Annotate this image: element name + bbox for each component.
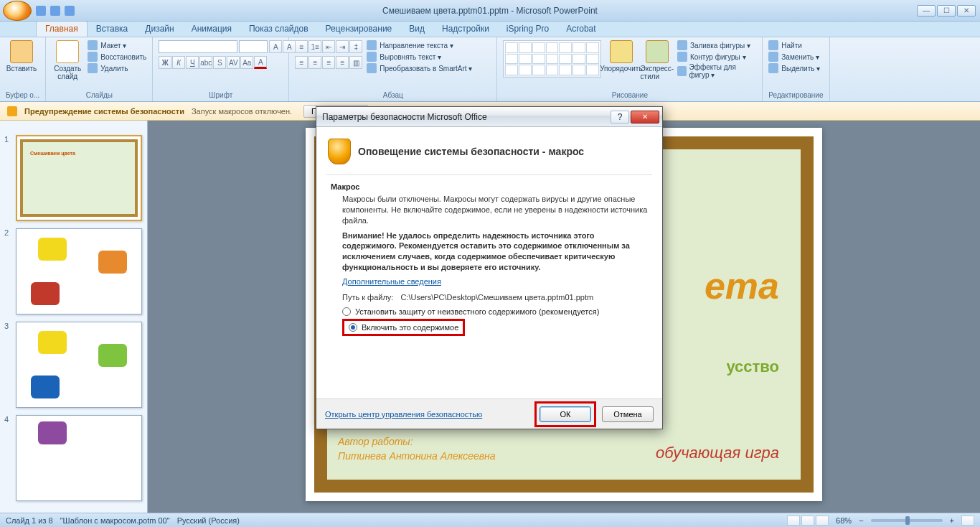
office-button[interactable] xyxy=(3,1,32,21)
quick-styles-icon xyxy=(646,40,669,63)
paste-button[interactable]: Вставить xyxy=(6,40,37,73)
shield-large-icon xyxy=(328,139,351,164)
reset-button[interactable]: Восстановить xyxy=(88,52,146,62)
shape-effects-button[interactable]: Эффекты для фигур ▾ xyxy=(677,63,756,79)
numbering-button[interactable]: 1≡ xyxy=(308,40,321,53)
align-right-button[interactable]: ≡ xyxy=(322,56,335,69)
indent-dec-button[interactable]: ⇤ xyxy=(322,40,335,53)
dialog-help-button[interactable]: ? xyxy=(611,111,629,123)
minimize-button[interactable]: — xyxy=(917,5,936,17)
radio-enable[interactable]: Включить это содержимое xyxy=(342,319,648,336)
font-size-combo[interactable] xyxy=(239,40,268,53)
font-family-combo[interactable] xyxy=(159,40,237,53)
slide-thumb[interactable]: 3 xyxy=(4,322,143,408)
smartart-button[interactable]: Преобразовать в SmartArt ▾ xyxy=(367,63,472,73)
find-button[interactable]: Найти xyxy=(768,40,820,50)
zoom-in-button[interactable]: + xyxy=(950,516,954,525)
grow-font-button[interactable]: A xyxy=(269,40,282,53)
spacing-button[interactable]: AV xyxy=(227,56,240,69)
shape-outline-button[interactable]: Контур фигуры ▾ xyxy=(677,52,756,62)
redo-icon[interactable] xyxy=(65,6,75,16)
radio-protect-label: Установить защиту от неизвестного содерж… xyxy=(355,307,599,316)
shapes-gallery[interactable] xyxy=(503,40,601,78)
layout-label: Макет ▾ xyxy=(100,42,126,50)
shape-fill-button[interactable]: Заливка фигуры ▾ xyxy=(677,40,756,50)
status-bar: Слайд 1 из 8 "Шаблон с макросом.potm 00"… xyxy=(0,513,980,527)
case-button[interactable]: Aa xyxy=(240,56,253,69)
undo-icon[interactable] xyxy=(50,6,60,16)
dialog-paragraph-1: Макросы были отключены. Макросы могут со… xyxy=(342,194,648,226)
arrange-label: Упорядочить xyxy=(600,65,643,73)
ribbon-tab-ispring[interactable]: iSpring Pro xyxy=(498,22,557,37)
layout-icon xyxy=(88,40,98,50)
ribbon-tabs: Главная Вставка Дизайн Анимация Показ сл… xyxy=(0,22,980,37)
bold-button[interactable]: Ж xyxy=(159,56,171,69)
smartart-label: Преобразовать в SmartArt ▾ xyxy=(380,65,472,73)
align-text-button[interactable]: Выровнять текст ▾ xyxy=(367,52,472,62)
slideshow-view-button[interactable] xyxy=(816,516,829,526)
columns-button[interactable]: ▥ xyxy=(349,56,362,69)
shadow-button[interactable]: S xyxy=(213,56,226,69)
close-button[interactable]: ✕ xyxy=(957,5,976,17)
ribbon-tab-slideshow[interactable]: Показ слайдов xyxy=(240,22,317,37)
italic-button[interactable]: К xyxy=(172,56,185,69)
ribbon-tab-acrobat[interactable]: Acrobat xyxy=(557,22,604,37)
replace-button[interactable]: Заменить ▾ xyxy=(768,52,820,62)
layout-button[interactable]: Макет ▾ xyxy=(88,40,146,50)
align-center-button[interactable]: ≡ xyxy=(308,56,321,69)
select-icon xyxy=(768,63,778,73)
security-dialog: Параметры безопасности Microsoft Office … xyxy=(316,106,663,429)
ribbon-tab-home[interactable]: Главная xyxy=(36,21,88,37)
sorter-view-button[interactable] xyxy=(801,516,814,526)
fit-to-window-button[interactable] xyxy=(961,516,974,526)
outline-label: Контур фигуры ▾ xyxy=(690,53,746,61)
line-spacing-button[interactable]: ‡ xyxy=(349,40,362,53)
cancel-button[interactable]: Отмена xyxy=(602,406,654,422)
text-direction-button[interactable]: Направление текста ▾ xyxy=(367,40,472,50)
canvas-text-1: ета xyxy=(705,264,779,307)
zoom-slider[interactable] xyxy=(871,519,943,522)
ribbon-tab-insert[interactable]: Вставка xyxy=(88,22,137,37)
justify-button[interactable]: ≡ xyxy=(336,56,349,69)
dialog-close-button[interactable]: ✕ xyxy=(631,111,659,123)
ribbon-tab-design[interactable]: Дизайн xyxy=(136,22,182,37)
zoom-out-button[interactable]: − xyxy=(859,516,863,525)
arrange-button[interactable]: Упорядочить xyxy=(606,40,637,73)
align-text-icon xyxy=(367,52,377,62)
ribbon-tab-animation[interactable]: Анимация xyxy=(183,22,240,37)
zoom-percent[interactable]: 68% xyxy=(836,516,852,525)
dialog-body: Оповещение системы безопасности - макрос… xyxy=(316,127,662,398)
underline-button[interactable]: Ч xyxy=(186,56,199,69)
radio-protect[interactable]: Установить защиту от неизвестного содерж… xyxy=(342,307,648,316)
maximize-button[interactable]: ☐ xyxy=(937,5,956,17)
slide-thumb[interactable]: 4 xyxy=(4,415,143,501)
thumbnails-pane[interactable]: 1 Смешиваем цвета 2 3 4 xyxy=(0,121,148,513)
normal-view-button[interactable] xyxy=(787,516,800,526)
new-slide-button[interactable]: Создать слайд xyxy=(52,40,83,80)
quick-styles-label: Экспресс-стили xyxy=(641,65,674,80)
indent-inc-button[interactable]: ⇥ xyxy=(336,40,349,53)
group-clipboard-label: Буфер о... xyxy=(6,90,39,101)
ribbon-tab-view[interactable]: Вид xyxy=(400,22,433,37)
paste-label: Вставить xyxy=(6,65,37,73)
slide-thumb[interactable]: 2 xyxy=(4,228,143,314)
thumb-number: 4 xyxy=(4,415,11,501)
select-button[interactable]: Выделить ▾ xyxy=(768,63,820,73)
status-slide: Слайд 1 из 8 xyxy=(6,516,53,525)
font-color-button[interactable]: A xyxy=(254,56,267,69)
save-icon[interactable] xyxy=(36,6,46,16)
dialog-more-link[interactable]: Дополнительные сведения xyxy=(342,277,652,286)
slide-thumb[interactable]: 1 Смешиваем цвета xyxy=(4,135,143,221)
quick-styles-button[interactable]: Экспресс-стили xyxy=(641,40,673,80)
trust-center-link[interactable]: Открыть центр управления безопасностью xyxy=(325,410,482,419)
dialog-titlebar[interactable]: Параметры безопасности Microsoft Office … xyxy=(316,107,662,127)
strike-button[interactable]: abc xyxy=(199,56,212,69)
delete-button[interactable]: Удалить xyxy=(88,63,146,73)
select-label: Выделить ▾ xyxy=(781,65,820,73)
radio-enable-label: Включить это содержимое xyxy=(362,323,458,332)
align-left-button[interactable]: ≡ xyxy=(295,56,308,69)
ok-button[interactable]: ОК xyxy=(540,406,591,422)
ribbon-tab-addins[interactable]: Надстройки xyxy=(433,22,498,37)
bullets-button[interactable]: ≡ xyxy=(295,40,308,53)
ribbon-tab-review[interactable]: Рецензирование xyxy=(317,22,401,37)
